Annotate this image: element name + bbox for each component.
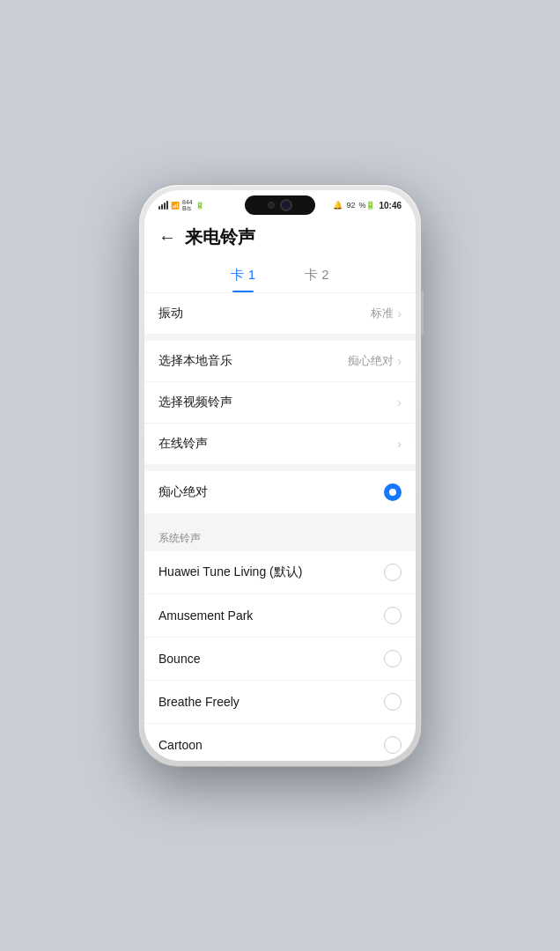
list-item[interactable]: Cartoon xyxy=(144,724,416,761)
notification-icon: 🔔 xyxy=(333,201,343,210)
huawei-tune-radio[interactable] xyxy=(384,564,402,581)
local-music-chevron-icon: › xyxy=(397,354,402,368)
amusement-park-radio[interactable] xyxy=(384,607,402,624)
list-item[interactable]: Amusement Park xyxy=(144,594,416,638)
vibrate-chevron-icon: › xyxy=(397,306,402,321)
online-ringtone-row[interactable]: 在线铃声 › xyxy=(144,424,416,464)
camera-lens xyxy=(280,199,292,211)
cartoon-radio[interactable] xyxy=(384,736,402,754)
vibrate-section: 振动 标准 › xyxy=(144,293,416,334)
ringtone-name-amusement-park: Amusement Park xyxy=(158,608,253,623)
video-ringtone-value: › xyxy=(397,395,402,409)
screen-content: ← 来电铃声 卡 1 卡 2 振动 标准 › xyxy=(144,215,416,761)
local-music-value-text: 痴心绝对 xyxy=(348,353,394,369)
online-ringtone-value: › xyxy=(397,437,402,451)
status-bar: 📶 844B/s 🔋 🔔 92 %🔋 10:46 xyxy=(144,190,416,215)
music-section: 选择本地音乐 痴心绝对 › 选择视频铃声 › 在线铃声 xyxy=(144,341,416,464)
page-header: ← 来电铃声 xyxy=(144,215,416,256)
ringtone-name-cartoon: Cartoon xyxy=(158,738,203,752)
online-ringtone-chevron-icon: › xyxy=(397,437,402,451)
status-right: 🔔 92 %🔋 10:46 xyxy=(333,199,402,210)
list-item[interactable]: Huawei Tune Living (默认) xyxy=(144,551,416,594)
vibrate-value: 标准 › xyxy=(371,306,402,321)
camera-dot xyxy=(268,202,275,209)
video-ringtone-chevron-icon: › xyxy=(397,395,402,409)
settings-body: 振动 标准 › 选择本地音乐 痴心绝对 › xyxy=(144,293,416,761)
battery-percent: 92 xyxy=(346,201,355,210)
system-ringtones-section-label: 系统铃声 xyxy=(144,520,416,551)
vibrate-value-text: 标准 xyxy=(371,306,394,321)
chixin-label: 痴心绝对 xyxy=(158,484,208,500)
ringtone-name-huawei-tune: Huawei Tune Living (默认) xyxy=(158,564,302,580)
system-ringtones-list: Huawei Tune Living (默认) Amusement Park B… xyxy=(144,551,416,761)
video-ringtone-label: 选择视频铃声 xyxy=(158,394,232,410)
battery-small-icon: 🔋 xyxy=(195,202,204,210)
page-title: 来电铃声 xyxy=(185,225,255,249)
phone-frame: 📶 844B/s 🔋 🔔 92 %🔋 10:46 ← 来电铃声 卡 1 xyxy=(139,185,421,766)
phone-screen: 📶 844B/s 🔋 🔔 92 %🔋 10:46 ← 来电铃声 卡 1 xyxy=(144,190,416,761)
ringtone-name-bounce: Bounce xyxy=(158,652,200,666)
vibrate-row[interactable]: 振动 标准 › xyxy=(144,293,416,334)
online-ringtone-label: 在线铃声 xyxy=(158,436,208,452)
signal-icon xyxy=(158,201,168,210)
breathe-freely-radio[interactable] xyxy=(384,693,402,711)
bounce-radio[interactable] xyxy=(384,650,402,667)
chixin-row[interactable]: 痴心绝对 xyxy=(144,471,416,513)
video-ringtone-row[interactable]: 选择视频铃声 › xyxy=(144,382,416,424)
local-music-value: 痴心绝对 › xyxy=(348,353,402,369)
chixin-radio[interactable] xyxy=(384,483,402,501)
list-item[interactable]: Bounce xyxy=(144,638,416,681)
status-left: 📶 844B/s 🔋 xyxy=(158,197,204,211)
status-time: 10:46 xyxy=(379,201,402,210)
speed-indicator: 844B/s xyxy=(182,199,193,211)
list-item[interactable]: Breathe Freely xyxy=(144,681,416,724)
system-ringtones-label: 系统铃声 xyxy=(158,532,201,544)
back-button[interactable]: ← xyxy=(158,227,176,247)
tab-card1[interactable]: 卡 1 xyxy=(224,263,262,292)
battery-icon: %🔋 xyxy=(358,201,375,210)
selected-ringtone-section: 痴心绝对 xyxy=(144,471,416,513)
ringtone-name-breathe-freely: Breathe Freely xyxy=(158,695,239,709)
tabs-container: 卡 1 卡 2 xyxy=(144,256,416,293)
local-music-row[interactable]: 选择本地音乐 痴心绝对 › xyxy=(144,341,416,382)
camera-notch xyxy=(245,195,315,215)
local-music-label: 选择本地音乐 xyxy=(158,353,232,369)
wifi-icon: 📶 xyxy=(171,202,180,210)
tab-card2[interactable]: 卡 2 xyxy=(298,263,336,292)
vibrate-label: 振动 xyxy=(158,306,183,321)
